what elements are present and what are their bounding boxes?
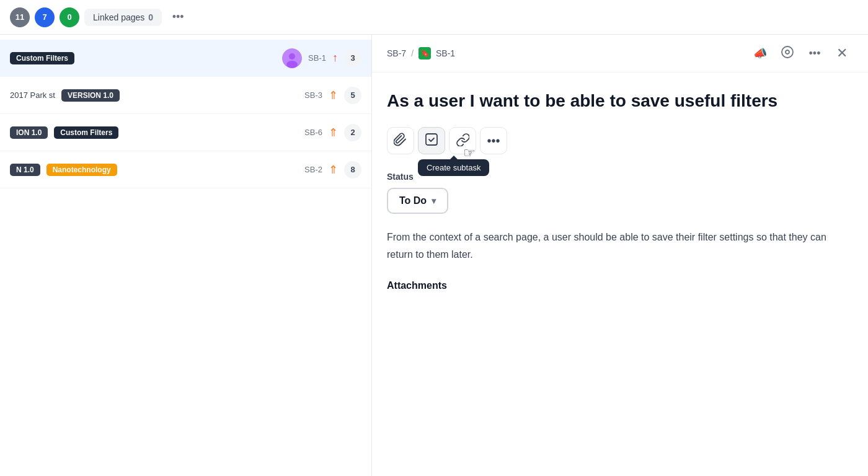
svg-point-2	[286, 61, 298, 68]
detail-more-icon: •••	[809, 47, 821, 60]
attachments-section-title: Attachments	[387, 280, 853, 291]
priority-high-icon: ⇑	[329, 163, 338, 177]
list-item[interactable]: Custom Filters SB-1 ↑ 3	[0, 40, 371, 77]
topbar-more-button[interactable]: •••	[167, 6, 189, 29]
item-id: SB-6	[304, 128, 322, 137]
link-button[interactable]	[449, 127, 476, 154]
priority-urgent-icon: ↑	[332, 51, 338, 64]
link-icon	[456, 133, 469, 149]
count-badge: 8	[344, 161, 361, 178]
svg-point-3	[782, 46, 793, 58]
status-label: Status	[387, 172, 853, 182]
item-id: SB-1	[308, 53, 326, 63]
left-panel: Custom Filters SB-1 ↑ 3 2017 Park st VER…	[0, 35, 372, 476]
announce-button[interactable]: 📣	[749, 42, 771, 64]
main-area: Custom Filters SB-1 ↑ 3 2017 Park st VER…	[0, 35, 868, 476]
item-tags: Custom Filters	[10, 52, 276, 64]
svg-rect-5	[426, 134, 437, 145]
priority-high-icon: ⇑	[329, 126, 338, 139]
attach-icon	[394, 133, 407, 149]
watch-icon	[781, 45, 794, 62]
detail-actions: 📣 ••• ✕	[749, 42, 853, 64]
breadcrumb: SB-7 / 🔖 SB-1	[387, 47, 455, 60]
item-tags: Nanotechnology	[46, 164, 298, 176]
tag-version-prefix: ION 1.0	[10, 126, 48, 139]
linked-pages-count: 0	[148, 12, 153, 22]
detail-more-button[interactable]: •••	[804, 42, 826, 64]
attach-button[interactable]	[387, 127, 414, 154]
detail-title: As a user I want to be able to save usef…	[387, 90, 853, 112]
toolbar-more-button[interactable]: •••	[480, 127, 507, 154]
badge-count-3: 0	[60, 7, 79, 27]
item-tags: VERSION 1.0	[61, 89, 298, 102]
item-address: 2017 Park st	[10, 90, 55, 100]
count-badge: 5	[344, 87, 361, 104]
svg-point-4	[786, 50, 789, 54]
description-text: From the context of a search page, a use…	[387, 229, 853, 262]
watch-button[interactable]	[776, 42, 799, 64]
close-button[interactable]: ✕	[831, 42, 853, 64]
avatar	[282, 48, 302, 68]
tag-version-prefix: N 1.0	[10, 164, 40, 176]
bookmark-icon: 🔖	[418, 47, 431, 60]
announce-icon: 📣	[753, 46, 767, 60]
tag-nanotechnology: Nanotechnology	[46, 164, 117, 176]
tag-custom-filters: Custom Filters	[54, 126, 118, 139]
linked-pages-button[interactable]: Linked pages 0	[84, 9, 162, 26]
close-icon: ✕	[836, 45, 848, 61]
item-tags: Custom Filters	[54, 126, 298, 139]
priority-high-icon: ⇑	[329, 89, 338, 102]
breadcrumb-current: SB-1	[436, 48, 455, 58]
tag-custom-filters: Custom Filters	[10, 52, 74, 64]
detail-header: SB-7 / 🔖 SB-1 📣 •	[372, 35, 868, 73]
badge-count-1: 11	[10, 7, 30, 27]
topbar-more-icon: •••	[172, 11, 184, 24]
svg-point-1	[289, 53, 295, 60]
toolbar-more-icon: •••	[487, 134, 500, 148]
item-id: SB-2	[304, 165, 322, 174]
status-value: To Do	[399, 195, 427, 206]
detail-toolbar: ☞ ••• Create subtask	[387, 127, 853, 154]
top-bar: 11 7 0 Linked pages 0 •••	[0, 0, 868, 35]
list-item[interactable]: ION 1.0 Custom Filters SB-6 ⇑ 2	[0, 114, 371, 151]
linked-pages-label: Linked pages	[93, 12, 144, 22]
count-badge: 2	[344, 124, 361, 141]
detail-content: As a user I want to be able to save usef…	[372, 73, 868, 476]
count-badge: 3	[344, 50, 361, 67]
badge-count-2: 7	[35, 7, 55, 27]
status-dropdown[interactable]: To Do ▾	[387, 188, 448, 214]
breadcrumb-separator: /	[411, 48, 414, 58]
chevron-down-icon: ▾	[432, 196, 436, 206]
tag-version: VERSION 1.0	[61, 89, 120, 102]
subtask-icon	[425, 133, 438, 149]
item-id: SB-3	[304, 90, 322, 100]
right-panel: SB-7 / 🔖 SB-1 📣 •	[372, 35, 868, 476]
list-item[interactable]: N 1.0 Nanotechnology SB-2 ⇑ 8	[0, 151, 371, 188]
breadcrumb-parent: SB-7	[387, 48, 406, 58]
create-subtask-button[interactable]: ☞	[418, 127, 445, 154]
list-item[interactable]: 2017 Park st VERSION 1.0 SB-3 ⇑ 5	[0, 77, 371, 114]
